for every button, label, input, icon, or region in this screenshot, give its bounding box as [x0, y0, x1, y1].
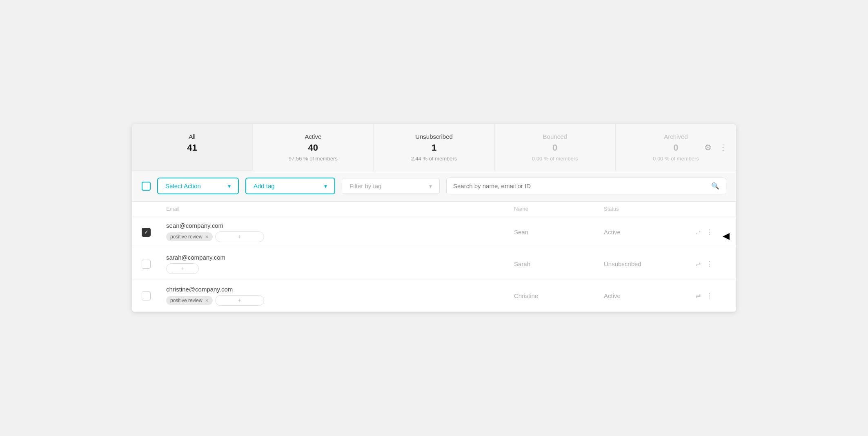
select-all-checkbox-wrap [142, 182, 151, 191]
table-header: Email Name Status [132, 202, 736, 216]
tab-unsubscribed-count: 1 [383, 142, 484, 153]
tag-label-christine: positive review [170, 298, 203, 303]
sliders-icon-sean[interactable]: ⇌ [694, 227, 702, 238]
tag-label: positive review [170, 234, 203, 240]
tab-active-label: Active [263, 133, 363, 140]
search-input-wrap: 🔍 [446, 178, 726, 194]
name-cell-sarah: Sarah [514, 260, 604, 267]
toolbar: Select Action ▾ Add tag ▾ Filter by tag … [132, 171, 736, 202]
tab-unsubscribed[interactable]: Unsubscribed 1 2.44 % of members [374, 124, 494, 171]
row-actions-christine: ⇌ ⋮ [694, 290, 726, 301]
table-row: sarah@company.com + Sarah Unsubscribed ⇌… [132, 248, 736, 280]
select-all-checkbox[interactable] [142, 182, 151, 191]
row-actions-sean: ⇌ ⋮ ◀ [694, 227, 726, 238]
email-text-sarah: sarah@company.com [166, 254, 514, 261]
more-options-icon[interactable]: ⋮ [717, 141, 729, 154]
tab-unsubscribed-label: Unsubscribed [383, 133, 484, 140]
table-row: sean@company.com positive review ✕ + Sea… [132, 216, 736, 248]
row-actions-sarah: ⇌ ⋮ [694, 258, 726, 269]
select-action-dropdown[interactable]: Select Action ▾ [157, 178, 239, 194]
add-tag-button-sean[interactable]: + [215, 231, 264, 242]
add-tag-label: Add tag [254, 182, 275, 189]
email-cell-christine: christine@company.com positive review ✕ … [166, 286, 514, 306]
row-checkbox-christine[interactable] [142, 291, 151, 300]
name-cell-christine: Christine [514, 292, 604, 299]
more-icon-christine[interactable]: ⋮ [705, 290, 714, 301]
col-name-header: Name [514, 206, 604, 212]
tab-active-count: 40 [263, 142, 363, 153]
filter-by-tag-label: Filter by tag [349, 182, 381, 189]
add-tag-button-sarah[interactable]: + [166, 263, 199, 274]
row-checkbox-sarah[interactable] [142, 260, 151, 269]
add-tag-button-christine[interactable]: + [215, 295, 264, 306]
email-cell-sean: sean@company.com positive review ✕ + [166, 222, 514, 242]
tag-remove-icon-christine[interactable]: ✕ [205, 298, 209, 303]
filter-by-tag-dropdown[interactable]: Filter by tag ▾ [342, 178, 440, 194]
sliders-icon-sarah[interactable]: ⇌ [694, 258, 702, 269]
more-icon-sarah[interactable]: ⋮ [705, 258, 714, 269]
row-checkbox-wrap [142, 291, 166, 300]
status-cell-sarah: Unsubscribed [604, 260, 694, 267]
col-email-header: Email [166, 206, 514, 212]
col-status-header: Status [604, 206, 694, 212]
tab-bounced-count: 0 [505, 142, 605, 153]
email-text-sean: sean@company.com [166, 222, 514, 229]
cursor-arrow: ◀ [723, 231, 730, 241]
tab-unsubscribed-percent: 2.44 % of members [383, 156, 484, 162]
tab-archived-percent: 0.00 % of members [625, 156, 726, 162]
col-actions-spacer [694, 206, 726, 212]
tab-all[interactable]: All 41 [132, 124, 253, 171]
tag-remove-icon[interactable]: ✕ [205, 234, 209, 240]
tags-row-sean: positive review ✕ + [166, 231, 514, 242]
select-action-chevron: ▾ [228, 183, 231, 189]
tab-archived-label: Archived [625, 133, 726, 140]
row-checkbox-wrap [142, 228, 166, 237]
status-cell-sean: Active [604, 229, 694, 236]
row-checkbox-sean[interactable] [142, 228, 151, 237]
col-checkbox-spacer [142, 206, 166, 212]
sliders-icon-christine[interactable]: ⇌ [694, 290, 702, 301]
tab-active[interactable]: Active 40 97.56 % of members [253, 124, 374, 171]
tags-row-christine: positive review ✕ + [166, 295, 514, 306]
tab-active-percent: 97.56 % of members [263, 156, 363, 162]
top-right-icons: ⚙ ⋮ [703, 141, 729, 154]
status-cell-christine: Active [604, 292, 694, 299]
tab-bounced-label: Bounced [505, 133, 605, 140]
more-icon-sean[interactable]: ⋮ [705, 227, 714, 238]
stats-bar: All 41 Active 40 97.56 % of members Unsu… [132, 124, 736, 171]
tag-chip-positive-review-christine: positive review ✕ [166, 296, 213, 305]
tab-all-percent [142, 156, 243, 162]
filter-by-tag-chevron: ▾ [429, 183, 432, 189]
search-input[interactable] [453, 182, 707, 189]
select-action-label: Select Action [165, 182, 201, 189]
table-row: christine@company.com positive review ✕ … [132, 280, 736, 312]
tab-bounced[interactable]: Bounced 0 0.00 % of members [495, 124, 616, 171]
add-tag-chevron: ▾ [324, 183, 327, 189]
tab-all-count: 41 [142, 142, 243, 153]
tag-chip-positive-review: positive review ✕ [166, 232, 213, 241]
name-cell-sean: Sean [514, 229, 604, 236]
email-cell-sarah: sarah@company.com + [166, 254, 514, 274]
add-tag-dropdown[interactable]: Add tag ▾ [245, 178, 335, 194]
settings-icon[interactable]: ⚙ [703, 141, 713, 154]
email-text-christine: christine@company.com [166, 286, 514, 293]
search-icon: 🔍 [711, 182, 719, 190]
tags-row-sarah: + [166, 263, 514, 274]
row-checkbox-wrap [142, 260, 166, 269]
tab-bounced-percent: 0.00 % of members [505, 156, 605, 162]
tab-all-label: All [142, 133, 243, 140]
